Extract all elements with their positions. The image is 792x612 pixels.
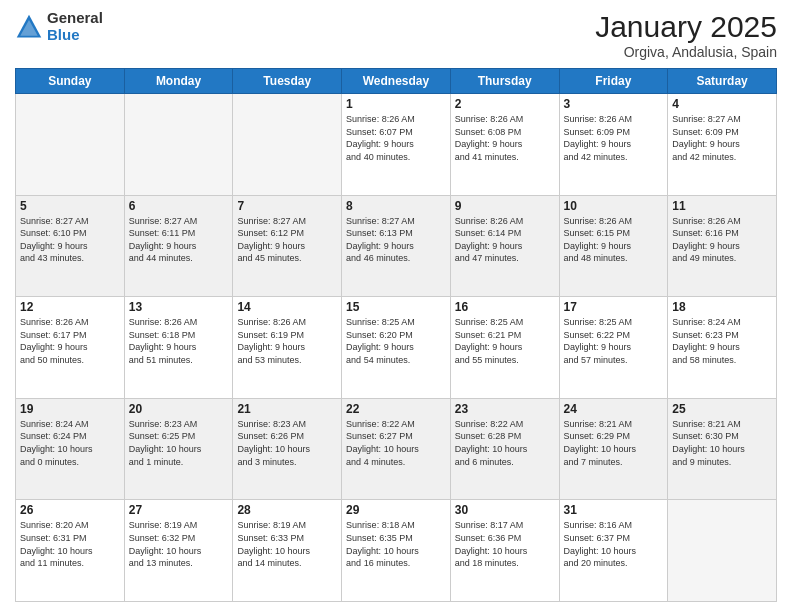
col-monday: Monday [124, 69, 233, 94]
calendar-cell: 4Sunrise: 8:27 AM Sunset: 6:09 PM Daylig… [668, 94, 777, 196]
logo-text: General Blue [47, 10, 103, 43]
day-info: Sunrise: 8:22 AM Sunset: 6:28 PM Dayligh… [455, 418, 555, 468]
day-info: Sunrise: 8:24 AM Sunset: 6:23 PM Dayligh… [672, 316, 772, 366]
day-number: 30 [455, 503, 555, 517]
day-info: Sunrise: 8:26 AM Sunset: 6:08 PM Dayligh… [455, 113, 555, 163]
col-thursday: Thursday [450, 69, 559, 94]
day-info: Sunrise: 8:27 AM Sunset: 6:11 PM Dayligh… [129, 215, 229, 265]
day-info: Sunrise: 8:19 AM Sunset: 6:33 PM Dayligh… [237, 519, 337, 569]
calendar-cell: 27Sunrise: 8:19 AM Sunset: 6:32 PM Dayli… [124, 500, 233, 602]
calendar-week-5: 26Sunrise: 8:20 AM Sunset: 6:31 PM Dayli… [16, 500, 777, 602]
calendar-cell: 13Sunrise: 8:26 AM Sunset: 6:18 PM Dayli… [124, 297, 233, 399]
day-number: 10 [564, 199, 664, 213]
calendar-cell: 23Sunrise: 8:22 AM Sunset: 6:28 PM Dayli… [450, 398, 559, 500]
calendar-cell: 19Sunrise: 8:24 AM Sunset: 6:24 PM Dayli… [16, 398, 125, 500]
logo-blue-label: Blue [47, 27, 103, 44]
col-tuesday: Tuesday [233, 69, 342, 94]
col-sunday: Sunday [16, 69, 125, 94]
day-info: Sunrise: 8:26 AM Sunset: 6:09 PM Dayligh… [564, 113, 664, 163]
day-number: 14 [237, 300, 337, 314]
header: General Blue January 2025 Orgiva, Andalu… [15, 10, 777, 60]
calendar-cell: 5Sunrise: 8:27 AM Sunset: 6:10 PM Daylig… [16, 195, 125, 297]
day-info: Sunrise: 8:25 AM Sunset: 6:20 PM Dayligh… [346, 316, 446, 366]
day-info: Sunrise: 8:27 AM Sunset: 6:09 PM Dayligh… [672, 113, 772, 163]
day-number: 20 [129, 402, 229, 416]
day-info: Sunrise: 8:26 AM Sunset: 6:18 PM Dayligh… [129, 316, 229, 366]
day-info: Sunrise: 8:16 AM Sunset: 6:37 PM Dayligh… [564, 519, 664, 569]
calendar-title: January 2025 [595, 10, 777, 44]
day-info: Sunrise: 8:22 AM Sunset: 6:27 PM Dayligh… [346, 418, 446, 468]
day-info: Sunrise: 8:26 AM Sunset: 6:14 PM Dayligh… [455, 215, 555, 265]
header-row: Sunday Monday Tuesday Wednesday Thursday… [16, 69, 777, 94]
day-number: 17 [564, 300, 664, 314]
day-number: 13 [129, 300, 229, 314]
day-info: Sunrise: 8:26 AM Sunset: 6:17 PM Dayligh… [20, 316, 120, 366]
col-friday: Friday [559, 69, 668, 94]
calendar-cell: 9Sunrise: 8:26 AM Sunset: 6:14 PM Daylig… [450, 195, 559, 297]
day-number: 27 [129, 503, 229, 517]
title-block: January 2025 Orgiva, Andalusia, Spain [595, 10, 777, 60]
calendar-week-4: 19Sunrise: 8:24 AM Sunset: 6:24 PM Dayli… [16, 398, 777, 500]
calendar-cell: 6Sunrise: 8:27 AM Sunset: 6:11 PM Daylig… [124, 195, 233, 297]
calendar-cell [124, 94, 233, 196]
calendar-cell: 12Sunrise: 8:26 AM Sunset: 6:17 PM Dayli… [16, 297, 125, 399]
day-number: 8 [346, 199, 446, 213]
calendar-cell: 24Sunrise: 8:21 AM Sunset: 6:29 PM Dayli… [559, 398, 668, 500]
logo: General Blue [15, 10, 103, 43]
calendar-page: General Blue January 2025 Orgiva, Andalu… [0, 0, 792, 612]
calendar-cell: 8Sunrise: 8:27 AM Sunset: 6:13 PM Daylig… [342, 195, 451, 297]
calendar-cell: 18Sunrise: 8:24 AM Sunset: 6:23 PM Dayli… [668, 297, 777, 399]
col-wednesday: Wednesday [342, 69, 451, 94]
calendar-week-2: 5Sunrise: 8:27 AM Sunset: 6:10 PM Daylig… [16, 195, 777, 297]
day-info: Sunrise: 8:27 AM Sunset: 6:12 PM Dayligh… [237, 215, 337, 265]
day-info: Sunrise: 8:24 AM Sunset: 6:24 PM Dayligh… [20, 418, 120, 468]
day-number: 18 [672, 300, 772, 314]
calendar-cell: 10Sunrise: 8:26 AM Sunset: 6:15 PM Dayli… [559, 195, 668, 297]
day-number: 9 [455, 199, 555, 213]
day-number: 15 [346, 300, 446, 314]
calendar-cell: 2Sunrise: 8:26 AM Sunset: 6:08 PM Daylig… [450, 94, 559, 196]
day-number: 4 [672, 97, 772, 111]
day-number: 29 [346, 503, 446, 517]
day-number: 26 [20, 503, 120, 517]
calendar-week-3: 12Sunrise: 8:26 AM Sunset: 6:17 PM Dayli… [16, 297, 777, 399]
calendar-cell [668, 500, 777, 602]
day-number: 19 [20, 402, 120, 416]
day-number: 1 [346, 97, 446, 111]
calendar-cell: 26Sunrise: 8:20 AM Sunset: 6:31 PM Dayli… [16, 500, 125, 602]
col-saturday: Saturday [668, 69, 777, 94]
day-number: 22 [346, 402, 446, 416]
day-number: 24 [564, 402, 664, 416]
day-number: 6 [129, 199, 229, 213]
day-info: Sunrise: 8:19 AM Sunset: 6:32 PM Dayligh… [129, 519, 229, 569]
calendar-cell: 16Sunrise: 8:25 AM Sunset: 6:21 PM Dayli… [450, 297, 559, 399]
calendar-cell: 1Sunrise: 8:26 AM Sunset: 6:07 PM Daylig… [342, 94, 451, 196]
day-number: 7 [237, 199, 337, 213]
day-number: 25 [672, 402, 772, 416]
day-number: 28 [237, 503, 337, 517]
day-number: 23 [455, 402, 555, 416]
day-info: Sunrise: 8:23 AM Sunset: 6:25 PM Dayligh… [129, 418, 229, 468]
calendar-cell: 7Sunrise: 8:27 AM Sunset: 6:12 PM Daylig… [233, 195, 342, 297]
calendar-cell [16, 94, 125, 196]
calendar-location: Orgiva, Andalusia, Spain [595, 44, 777, 60]
day-info: Sunrise: 8:25 AM Sunset: 6:22 PM Dayligh… [564, 316, 664, 366]
calendar-cell: 15Sunrise: 8:25 AM Sunset: 6:20 PM Dayli… [342, 297, 451, 399]
day-info: Sunrise: 8:26 AM Sunset: 6:15 PM Dayligh… [564, 215, 664, 265]
day-info: Sunrise: 8:17 AM Sunset: 6:36 PM Dayligh… [455, 519, 555, 569]
day-number: 5 [20, 199, 120, 213]
calendar-cell: 21Sunrise: 8:23 AM Sunset: 6:26 PM Dayli… [233, 398, 342, 500]
day-number: 21 [237, 402, 337, 416]
calendar-cell: 22Sunrise: 8:22 AM Sunset: 6:27 PM Dayli… [342, 398, 451, 500]
calendar-cell: 11Sunrise: 8:26 AM Sunset: 6:16 PM Dayli… [668, 195, 777, 297]
day-info: Sunrise: 8:26 AM Sunset: 6:16 PM Dayligh… [672, 215, 772, 265]
day-info: Sunrise: 8:23 AM Sunset: 6:26 PM Dayligh… [237, 418, 337, 468]
day-info: Sunrise: 8:27 AM Sunset: 6:13 PM Dayligh… [346, 215, 446, 265]
calendar-cell [233, 94, 342, 196]
day-info: Sunrise: 8:26 AM Sunset: 6:19 PM Dayligh… [237, 316, 337, 366]
calendar-cell: 20Sunrise: 8:23 AM Sunset: 6:25 PM Dayli… [124, 398, 233, 500]
calendar-cell: 29Sunrise: 8:18 AM Sunset: 6:35 PM Dayli… [342, 500, 451, 602]
day-info: Sunrise: 8:18 AM Sunset: 6:35 PM Dayligh… [346, 519, 446, 569]
day-number: 12 [20, 300, 120, 314]
day-info: Sunrise: 8:26 AM Sunset: 6:07 PM Dayligh… [346, 113, 446, 163]
